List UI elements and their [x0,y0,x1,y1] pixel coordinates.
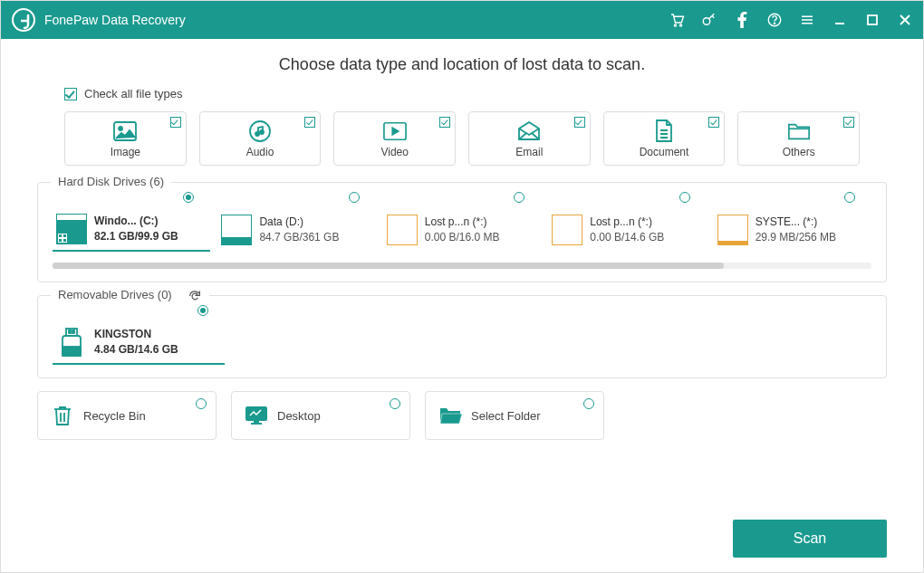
location-label: Desktop [277,409,321,423]
footer: Scan [1,520,923,572]
svg-rect-14 [59,234,62,237]
removable-section: Removable Drives (0) KINGSTON 4.84 GB/14… [37,295,887,378]
refresh-icon[interactable] [188,289,202,303]
menu-icon[interactable] [798,11,816,29]
facebook-icon[interactable] [733,11,751,29]
radio-icon[interactable] [583,398,594,409]
cart-icon[interactable] [668,11,686,29]
svg-point-3 [703,18,710,25]
radio-icon[interactable] [679,192,690,203]
minimize-icon[interactable] [831,11,849,29]
svg-point-2 [679,24,681,26]
drive-info: Windo... (C:) 82.1 GB/99.9 GB [94,214,178,244]
radio-icon[interactable] [197,305,208,316]
drive-d[interactable]: Data (D:) 84.7 GB/361 GB [217,208,375,252]
folder-icon [787,119,811,143]
help-icon[interactable] [765,11,784,29]
radio-icon[interactable] [390,398,400,409]
radio-icon[interactable] [196,398,207,409]
svg-rect-24 [254,421,259,423]
svg-rect-20 [72,330,74,333]
open-folder-icon [438,404,462,427]
drive-icon [552,215,582,245]
drive-lost-1[interactable]: Lost p...n (*:) 0.00 B/16.0 MB [383,208,541,252]
drive-name: Lost p...n (*:) [425,215,500,230]
svg-point-11 [260,130,264,134]
drives-list: Windo... (C:) 82.1 GB/99.9 GB Data (D:) … [53,208,871,252]
drive-size: 29.9 MB/256 MB [756,230,836,245]
radio-icon[interactable] [349,192,360,203]
image-icon [113,119,137,143]
file-type-audio[interactable]: Audio [199,111,322,166]
file-type-label: Others [783,146,815,158]
removable-list: KINGSTON 4.84 GB/14.6 GB [53,321,871,365]
scrollbar-thumb[interactable] [53,263,724,269]
drive-kingston[interactable]: KINGSTON 4.84 GB/14.6 GB [53,321,225,365]
file-type-document[interactable]: Document [603,111,726,166]
svg-rect-17 [63,239,66,242]
section-label: Hard Disk Drives (6) [51,175,171,188]
drive-icon [717,215,748,245]
svg-rect-19 [69,330,71,333]
drive-info: Lost p...n (*:) 0.00 B/16.0 MB [425,215,500,245]
drive-system[interactable]: SYSTE... (*:) 29.9 MB/256 MB [714,208,871,252]
close-icon[interactable] [896,11,914,29]
audio-icon [248,119,272,143]
file-type-others[interactable]: Others [737,111,860,166]
check-all-label: Check all file types [84,87,182,100]
desktop-icon [245,404,268,427]
horizontal-scrollbar[interactable] [53,263,871,269]
checkbox-icon[interactable] [843,117,854,128]
removable-label-text: Removable Drives (0) [58,288,172,301]
drive-info: Lost p...n (*:) 0.00 B/14.6 GB [590,215,664,245]
file-type-email[interactable]: Email [468,111,591,166]
checkbox-icon[interactable] [708,117,719,128]
checkbox-icon[interactable] [439,117,450,128]
video-icon [383,119,407,143]
location-select-folder[interactable]: Select Folder [425,391,604,440]
document-icon [652,119,676,143]
svg-rect-16 [59,239,62,242]
key-icon[interactable] [700,11,718,29]
drive-c[interactable]: Windo... (C:) 82.1 GB/99.9 GB [53,208,210,252]
svg-point-5 [774,23,775,24]
svg-point-8 [119,127,122,130]
file-type-label: Image [111,146,140,158]
email-icon [517,119,541,143]
check-all-file-types[interactable]: Check all file types [64,87,887,100]
checkbox-icon[interactable] [304,117,315,128]
app-window: FonePaw Data Recovery Choose data type a… [0,0,924,573]
location-recycle-bin[interactable]: Recycle Bin [37,391,217,440]
locations-row: Recycle Bin Desktop Select Folder [37,391,887,440]
svg-point-1 [674,24,676,26]
drive-name: Windo... (C:) [94,214,178,229]
drive-name: Lost p...n (*:) [590,215,664,230]
drive-name: SYSTE... (*:) [756,215,836,230]
check-all-checkbox[interactable] [64,88,77,100]
file-type-label: Email [515,146,543,158]
maximize-icon[interactable] [863,11,881,29]
drive-info: Data (D:) 84.7 GB/361 GB [259,215,339,245]
drive-info: SYSTE... (*:) 29.9 MB/256 MB [756,215,836,245]
hard-disk-section: Hard Disk Drives (6) Windo... (C:) 82.1 … [37,182,887,282]
main-content: Choose data type and location of lost da… [1,39,923,520]
file-type-image[interactable]: Image [64,111,187,166]
usb-icon [56,327,87,358]
app-title: FonePaw Data Recovery [44,13,668,27]
location-desktop[interactable]: Desktop [231,391,410,440]
location-label: Select Folder [471,409,541,423]
checkbox-icon[interactable] [170,117,181,128]
drive-icon [387,215,418,245]
scan-button[interactable]: Scan [733,520,887,558]
drive-icon [221,215,252,245]
drive-info: KINGSTON 4.84 GB/14.6 GB [94,327,178,358]
checkbox-icon[interactable] [574,117,585,128]
drive-size: 0.00 B/16.0 MB [425,230,500,245]
drive-lost-2[interactable]: Lost p...n (*:) 0.00 B/14.6 GB [548,208,706,252]
svg-rect-22 [63,347,81,356]
radio-icon[interactable] [844,192,855,203]
radio-icon[interactable] [183,192,194,203]
trash-icon [51,404,74,427]
radio-icon[interactable] [514,192,525,203]
file-type-video[interactable]: Video [333,111,456,166]
